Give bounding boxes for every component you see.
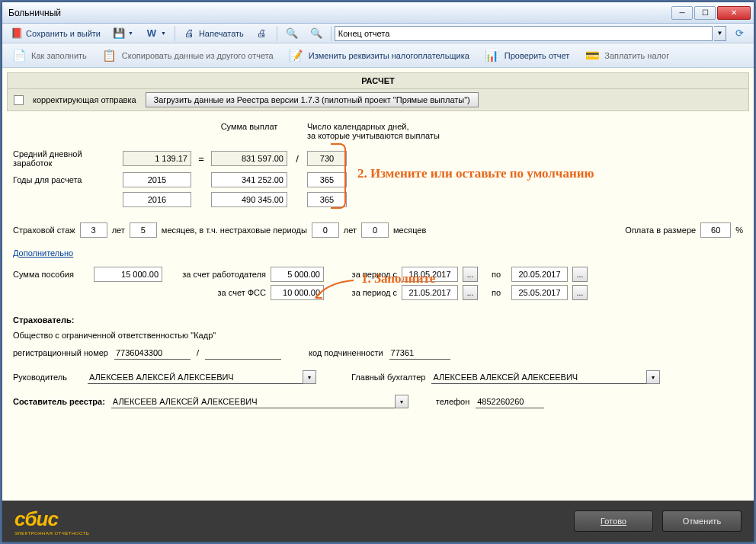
printer-icon: 🖨 bbox=[184, 27, 196, 40]
fss-sum[interactable] bbox=[271, 285, 324, 300]
phone-input[interactable] bbox=[476, 395, 544, 408]
reg-number-2[interactable] bbox=[205, 346, 281, 360]
years-unit: лет bbox=[112, 226, 125, 235]
fss-date-to[interactable] bbox=[511, 285, 568, 300]
author-picker[interactable]: ▾ bbox=[395, 395, 408, 408]
zoom-out-icon: 🔍 bbox=[310, 27, 322, 40]
print-gear-icon: 🖨 bbox=[256, 27, 268, 40]
toolbar-primary: 📕 Сохранить и выйти 💾▼ W▼ 🖨 Напечатать 🖨… bbox=[2, 24, 754, 43]
sum2-input[interactable] bbox=[211, 192, 287, 207]
how-fill-button[interactable]: 📄 Как заполнить bbox=[8, 45, 90, 66]
sum1-input[interactable] bbox=[211, 172, 287, 187]
sum-header: Сумма выплат bbox=[211, 122, 287, 145]
nav-combo-arrow[interactable]: ▼ bbox=[714, 26, 726, 41]
reg-label: регистрационный номер bbox=[13, 348, 108, 357]
word-button[interactable]: W▼ bbox=[140, 25, 171, 42]
acc-picker[interactable]: ▾ bbox=[646, 370, 660, 384]
equals-sign: = bbox=[194, 153, 208, 165]
head-picker[interactable]: ▾ bbox=[303, 370, 316, 384]
save-exit-button[interactable]: 📕 Сохранить и выйти bbox=[5, 25, 106, 42]
days-header: Число календарных дней, за которые учиты… bbox=[307, 122, 533, 145]
pay-pct[interactable] bbox=[700, 222, 731, 238]
minimize-button[interactable]: ─ bbox=[671, 6, 693, 20]
refresh-icon: ⟳ bbox=[733, 27, 745, 40]
sub-label: код подчиненности bbox=[309, 348, 383, 357]
author-name[interactable] bbox=[111, 395, 395, 408]
emp-date-to[interactable] bbox=[511, 267, 568, 282]
benefit-sum[interactable] bbox=[94, 267, 162, 282]
year2-input[interactable] bbox=[123, 192, 191, 207]
more-link[interactable]: Дополнительно bbox=[13, 248, 73, 258]
days1-input[interactable] bbox=[307, 172, 347, 187]
help-icon: 📄 bbox=[11, 48, 27, 63]
ns-months[interactable] bbox=[361, 222, 389, 238]
stazh-label: Страховой стаж bbox=[13, 226, 75, 235]
reg-number-1[interactable] bbox=[114, 346, 191, 360]
zoom-in-button[interactable]: 🔍 bbox=[280, 25, 303, 42]
print-label: Напечатать bbox=[199, 29, 244, 38]
benefit-sum-label: Сумма пособия bbox=[13, 270, 89, 279]
to-label-2: по bbox=[485, 288, 507, 297]
avg-earn-label: Средний дневной заработок bbox=[13, 149, 120, 168]
copy-data-label: Скопировать данные из другого отчета bbox=[122, 51, 274, 60]
stazh-months[interactable] bbox=[130, 222, 157, 238]
to-label-1: по bbox=[485, 270, 507, 279]
correction-checkbox[interactable] bbox=[14, 95, 24, 105]
stazh-years[interactable] bbox=[80, 222, 107, 238]
acc-name[interactable] bbox=[431, 370, 646, 384]
acc-label: Главный бухгалтер bbox=[351, 373, 425, 382]
save-button[interactable]: 💾▼ bbox=[107, 25, 139, 42]
maximize-button[interactable]: ☐ bbox=[694, 6, 716, 20]
copy-icon: 📋 bbox=[102, 48, 117, 63]
footer: сбис ЭЛЕКТРОННАЯ ОТЧЕТНОСТЬ Готово Отмен… bbox=[2, 501, 754, 542]
correction-row: корректирующая отправка Загрузить данные… bbox=[7, 89, 749, 111]
insurer-title: Страхователь: bbox=[13, 315, 743, 325]
print-button[interactable]: 🖨 Напечатать bbox=[178, 25, 249, 42]
disk-icon: 💾 bbox=[113, 27, 125, 40]
content-area: РАСЧЕТ корректирующая отправка Загрузить… bbox=[2, 68, 754, 501]
check-report-button[interactable]: 📊 Проверить отчет bbox=[482, 45, 573, 66]
emp-from-picker[interactable]: ... bbox=[463, 267, 478, 282]
titlebar: Больничный ─ ☐ ✕ bbox=[2, 2, 754, 24]
fss-date-from[interactable] bbox=[402, 285, 458, 300]
nav-combo[interactable]: Конец отчета bbox=[335, 26, 713, 41]
nav-combo-value: Конец отчета bbox=[338, 29, 390, 38]
divide-sign: / bbox=[290, 153, 304, 165]
word-icon: W bbox=[146, 27, 158, 40]
emp-date-from[interactable] bbox=[402, 267, 458, 282]
period-from-label-2: за период с bbox=[328, 288, 397, 297]
copy-data-button[interactable]: 📋 Скопировать данные из другого отчета bbox=[99, 45, 277, 66]
window-title: Больничный bbox=[5, 8, 671, 18]
fss-label: за счет ФСС bbox=[167, 288, 266, 297]
zoom-out-button[interactable]: 🔍 bbox=[305, 25, 328, 42]
print-settings-button[interactable]: 🖨 bbox=[251, 25, 274, 42]
pay-tax-label: Заплатить налог bbox=[604, 51, 669, 60]
ready-button[interactable]: Готово bbox=[574, 510, 653, 532]
pct-sign: % bbox=[735, 226, 743, 235]
fss-to-picker[interactable]: ... bbox=[572, 285, 588, 300]
sbis-logo: сбис bbox=[14, 507, 89, 531]
org-name: Общество с ограниченной ответственностью… bbox=[13, 331, 216, 340]
refresh-button[interactable]: ⟳ bbox=[728, 25, 751, 42]
emp-to-picker[interactable]: ... bbox=[572, 267, 588, 282]
check-report-label: Проверить отчет bbox=[505, 51, 570, 60]
close-button[interactable]: ✕ bbox=[717, 6, 751, 20]
sub-code[interactable] bbox=[389, 346, 450, 360]
employer-sum[interactable] bbox=[271, 267, 324, 282]
days2-input[interactable] bbox=[307, 192, 347, 207]
ns-years-unit: лет bbox=[344, 226, 357, 235]
pay-tax-button[interactable]: 💳 Заплатить налог bbox=[581, 45, 672, 66]
load-registry-button[interactable]: Загрузить данные из Реестра версии 1.7.3… bbox=[146, 92, 479, 107]
year1-input[interactable] bbox=[123, 172, 191, 187]
how-fill-label: Как заполнить bbox=[31, 51, 87, 60]
author-label: Составитель реестра: bbox=[13, 397, 105, 406]
fss-from-picker[interactable]: ... bbox=[463, 285, 478, 300]
phone-label: телефон bbox=[436, 397, 469, 406]
head-label: Руководитель bbox=[13, 373, 82, 382]
ns-years[interactable] bbox=[312, 222, 339, 238]
change-requisites-button[interactable]: 📝 Изменить реквизиты налогоплательщика bbox=[286, 45, 472, 66]
years-label: Годы для расчета bbox=[13, 175, 120, 184]
cancel-button[interactable]: Отменить bbox=[662, 510, 742, 532]
save-exit-icon: 📕 bbox=[11, 27, 23, 40]
head-name[interactable] bbox=[88, 370, 303, 384]
